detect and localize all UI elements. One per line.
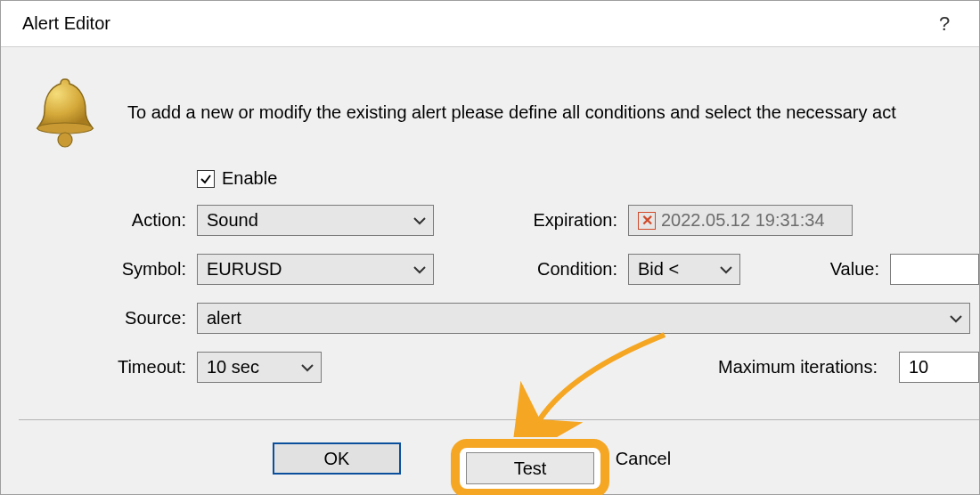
help-button[interactable]: ? (931, 12, 958, 36)
condition-select[interactable]: Bid < (628, 254, 740, 285)
value-label: Value: (740, 259, 890, 280)
clear-icon[interactable]: ✕ (638, 212, 656, 230)
condition-label: Condition: (434, 259, 628, 280)
enable-checkbox-row: Enable (197, 168, 979, 189)
action-select[interactable]: Sound (197, 205, 434, 236)
symbol-select[interactable]: EURUSD (197, 254, 434, 285)
svg-point-1 (58, 133, 72, 147)
chevron-down-icon (950, 314, 962, 323)
bell-icon (33, 74, 97, 150)
separator (19, 419, 979, 420)
timeout-select[interactable]: 10 sec (197, 352, 322, 383)
symbol-label: Symbol: (108, 259, 197, 280)
chevron-down-icon (413, 216, 426, 225)
alert-editor-window: Alert Editor ? To add a new or modify th… (0, 0, 980, 495)
action-label: Action: (108, 210, 197, 231)
value-field[interactable] (890, 254, 979, 285)
form-area: Enable Action: Sound Expiration: ✕ 2022.… (108, 168, 979, 401)
enable-label: Enable (222, 168, 277, 189)
window-title: Alert Editor (22, 13, 110, 34)
button-bar: OK Cancel (1, 432, 979, 485)
source-label: Source: (108, 308, 197, 329)
instruction-text: To add a new or modify the existing aler… (127, 102, 979, 123)
cancel-button[interactable]: Cancel (579, 442, 707, 475)
expiration-field[interactable]: ✕ 2022.05.12 19:31:34 (628, 205, 853, 236)
chevron-down-icon (301, 363, 314, 372)
svg-point-0 (37, 123, 93, 134)
chevron-down-icon (720, 265, 732, 274)
max-iterations-field[interactable]: 10 (899, 352, 979, 383)
expiration-label: Expiration: (434, 210, 628, 231)
timeout-label: Timeout: (108, 357, 197, 377)
max-iterations-label: Maximum iterations: (322, 357, 888, 377)
chevron-down-icon (413, 265, 426, 274)
enable-checkbox[interactable] (197, 170, 215, 188)
titlebar: Alert Editor ? (1, 1, 979, 47)
source-select[interactable]: alert (197, 303, 970, 334)
ok-button[interactable]: OK (273, 442, 401, 475)
